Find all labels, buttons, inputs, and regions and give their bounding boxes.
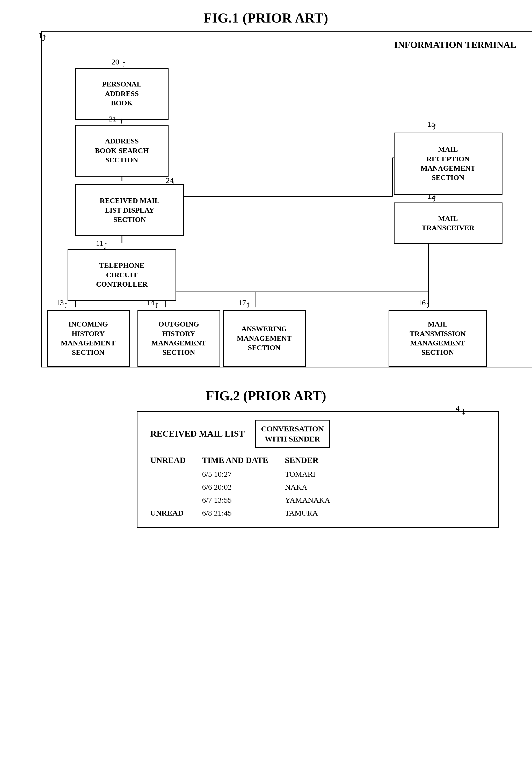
conversation-button[interactable]: CONVERSATIONWITH SENDER [255,420,330,448]
unread-cell: UNREAD [151,508,202,517]
col-header-unread: UNREAD [151,455,202,465]
answering-box: ANSWERINGMANAGEMENTSECTION [223,310,306,367]
time-cell: 6/7 13:55 [202,496,285,504]
incoming-history-box: INCOMINGHISTORYMANAGEMENTSECTION [47,310,130,367]
fig2-title: FIG.2 (PRIOR ART) [0,388,532,411]
ref-num-20: 20 [111,58,119,66]
fig1-diagram: INFORMATION TERMINAL [41,31,532,367]
fig2-header: RECEIVED MAIL LIST CONVERSATIONWITH SEND… [137,412,498,453]
table-row: UNREAD 6/8 21:45 TAMURA [137,506,498,519]
sender-cell: TAMURA [285,508,363,517]
ref-num-17: 17 [239,298,246,307]
sender-cell: TOMARI [285,470,363,479]
address-book-search-box: ADDRESSBOOK SEARCHSECTION [75,125,168,177]
mail-transmission-box: MAILTRANSMISSIONMANAGEMENTSECTION [389,310,487,367]
time-cell: 6/8 21:45 [202,508,285,517]
outgoing-history-box: OUTGOINGHISTORYMANAGEMENTSECTION [137,310,220,367]
ref-bracket-13: ⤴ [64,302,67,310]
fig1-title: FIG.1 (PRIOR ART) [0,0,532,31]
fig2-col-headers: UNREAD TIME AND DATE SENDER [137,453,498,468]
received-mail-list-label: RECEIVED MAIL LIST [151,429,245,439]
mail-reception-box: MAILRECEPTIONMANAGEMENTSECTION [394,133,503,195]
received-mail-list-box: RECEIVED MAILLIST DISPLAYSECTION [75,184,184,236]
col-header-sender: SENDER [285,455,363,465]
ref-num-13: 13 [56,298,64,307]
ref-bracket-15: ⤴ [433,123,436,131]
ref-bracket-16: ⤴ [426,302,429,310]
table-row: 6/5 10:27 TOMARI [137,468,498,481]
fig2-table: RECEIVED MAIL LIST CONVERSATIONWITH SEND… [137,411,499,528]
table-row: 6/6 20:02 NAKA [137,481,498,494]
table-row: 6/7 13:55 YAMANAKA [137,494,498,506]
sender-cell: NAKA [285,483,363,492]
ref-num-14: 14 [147,298,155,307]
ref-num-16: 16 [418,298,426,307]
telephone-circuit-box: TELEPHONECIRCUITCONTROLLER [67,249,176,301]
time-cell: 6/5 10:27 [202,470,285,479]
sender-cell: YAMANAKA [285,496,363,504]
ref-num-21: 21 [109,115,117,123]
ref-num-11: 11 [96,239,104,248]
time-cell: 6/6 20:02 [202,483,285,492]
ref-bracket-17: ⤴ [246,302,250,310]
col-header-time: TIME AND DATE [202,455,285,465]
ref-bracket-14: ⤴ [155,302,158,310]
personal-address-book-box: PERSONALADDRESSBOOK [75,68,168,119]
mail-transceiver-box: MAILTRANSCEIVER [394,203,503,244]
info-terminal-label: INFORMATION TERMINAL [394,39,516,50]
